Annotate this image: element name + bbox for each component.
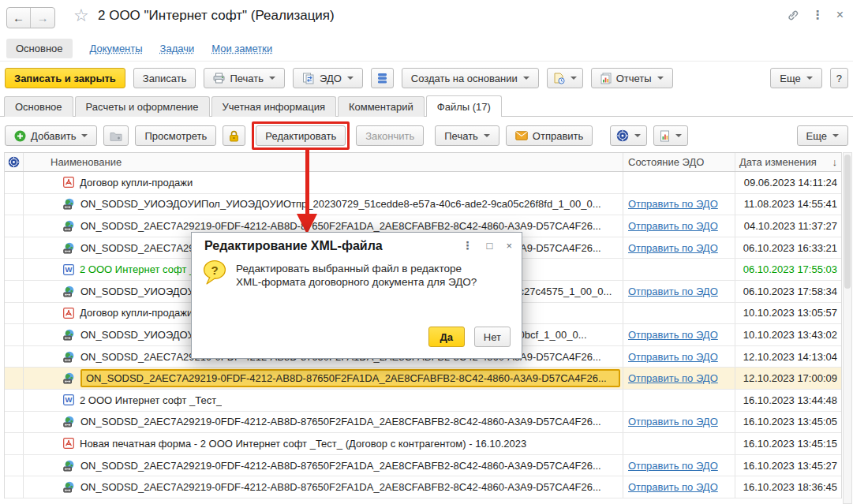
send-file-button[interactable]: Отправить bbox=[506, 125, 593, 146]
document-clock-icon bbox=[553, 73, 565, 84]
table-row[interactable]: ON_SODSD_2AEC7A29219-0FDF-4212-AB8D-8765… bbox=[5, 412, 841, 434]
scrollbar-thumb[interactable] bbox=[844, 155, 851, 289]
tab-fayly[interactable]: Файлы (17) bbox=[426, 95, 502, 117]
table-row[interactable]: Новая печатная форма - 2 ООО Интернет со… bbox=[5, 433, 841, 455]
edo-flag-cell bbox=[5, 237, 24, 259]
modified-date: 04.10.2023 11:37:27 bbox=[735, 215, 841, 237]
tab-osnovnoe[interactable]: Основное bbox=[4, 96, 73, 117]
forward-button[interactable]: → bbox=[31, 8, 54, 28]
edo-actions-button[interactable] bbox=[610, 125, 647, 146]
send-edo-link[interactable]: Отправить по ЭДО bbox=[628, 286, 718, 297]
modified-date: 06.10.2023 16:33:21 bbox=[735, 237, 841, 259]
files-more-button[interactable]: Еще bbox=[797, 125, 848, 146]
tab-uchetnaya[interactable]: Учетная информация bbox=[211, 96, 336, 117]
edo-column-header[interactable] bbox=[5, 153, 24, 171]
file-name-cell: ON_SODSD_2AEC7A29219-0FDF-4212-AB8D-8765… bbox=[24, 455, 623, 476]
chevron-down-icon bbox=[657, 77, 664, 83]
link-icon[interactable] bbox=[787, 9, 799, 21]
modified-date: 16.10.2023 18:36:45 bbox=[735, 476, 841, 498]
add-folder-button[interactable] bbox=[103, 125, 129, 146]
modified-date: 16.10.2023 13:45:05 bbox=[735, 412, 841, 433]
files-toolbar: Добавить Просмотреть Редактировать Закон… bbox=[0, 121, 853, 150]
edo-flag-cell bbox=[5, 303, 24, 324]
dialog-yes-button[interactable]: Да bbox=[428, 327, 465, 347]
table-row[interactable]: ON_SODSD_УИОЭДОУИПол_УИОЭДОУИОтпр_202307… bbox=[5, 194, 841, 216]
dialog-close-icon[interactable]: × bbox=[506, 240, 512, 252]
table-row[interactable]: ON_SODSD_2AEC7A29219-0FDF-4212-AB8D-8765… bbox=[5, 476, 841, 498]
view-file-button[interactable]: Просмотреть bbox=[135, 125, 216, 146]
file-print-button[interactable]: Печать bbox=[435, 125, 499, 146]
send-edo-link[interactable]: Отправить по ЭДО bbox=[628, 198, 718, 210]
dialog-message: Редактировать выбранный файл в редакторе… bbox=[236, 259, 477, 289]
scheduled-doc-button[interactable] bbox=[547, 68, 583, 88]
table-row[interactable]: Договор купли-продажи09.06.2023 14:11:24 bbox=[5, 172, 841, 194]
edit-file-button[interactable]: Редактировать bbox=[256, 125, 346, 146]
lock-file-button[interactable] bbox=[223, 125, 245, 146]
file-name: ON_SODSD_2AEC7A29219-0FDF-4212-AB8D-8765… bbox=[80, 460, 601, 472]
file-name: ON_SODSD_2AEC7A29219-0FDF-4212-AB8D-8765… bbox=[80, 481, 601, 493]
nav-item-osnovnoe[interactable]: Основное bbox=[6, 39, 73, 58]
sort-desc-icon: ↓ bbox=[832, 156, 838, 168]
register-records-button[interactable] bbox=[371, 68, 394, 88]
modified-date: 06.10.2023 17:58:34 bbox=[735, 281, 841, 302]
lock-icon bbox=[229, 130, 239, 142]
chevron-down-icon bbox=[675, 134, 682, 140]
edo-flag-cell bbox=[5, 476, 24, 498]
more-button[interactable]: Еще bbox=[770, 68, 821, 88]
dialog-menu-icon[interactable]: ⋮ bbox=[462, 239, 473, 252]
send-edo-link[interactable]: Отправить по ЭДО bbox=[628, 481, 718, 493]
table-row[interactable]: ON_SODSD_2AEC7A29219-0FDF-4212-AB8D-8765… bbox=[5, 368, 841, 390]
chevron-down-icon bbox=[634, 134, 641, 140]
file-name-cell: W2 ООО Интернет софт _Тест_ bbox=[24, 390, 623, 411]
send-edo-link[interactable]: Отправить по ЭДО bbox=[628, 242, 718, 254]
send-edo-link[interactable]: Отправить по ЭДО bbox=[628, 460, 718, 472]
file-report-button[interactable] bbox=[653, 125, 688, 146]
reports-button[interactable]: Отчеты bbox=[591, 68, 673, 88]
favorite-star-icon[interactable]: ☆ bbox=[73, 6, 89, 26]
xml-file-icon bbox=[63, 481, 75, 493]
add-file-button[interactable]: Добавить bbox=[5, 125, 97, 146]
svg-text:W: W bbox=[65, 265, 73, 274]
edo-status-column-header[interactable]: Состояние ЭДО bbox=[623, 153, 735, 171]
send-edo-link[interactable]: Отправить по ЭДО bbox=[628, 329, 718, 341]
table-row[interactable]: W2 ООО Интернет софт _Тест_16.10.2023 13… bbox=[5, 390, 841, 412]
vertical-scrollbar[interactable] bbox=[843, 152, 852, 504]
help-button[interactable]: ? bbox=[830, 68, 848, 88]
xml-file-icon bbox=[63, 416, 75, 427]
window-header: ← → ☆ 2 ООО "Интернет софт" (Реализация)… bbox=[0, 0, 853, 35]
xml-file-icon bbox=[63, 460, 75, 472]
finish-edit-button[interactable]: Закончить bbox=[356, 125, 424, 146]
dialog-no-button[interactable]: Нет bbox=[474, 327, 511, 347]
window-close-icon[interactable]: × bbox=[836, 8, 844, 22]
create-based-on-button[interactable]: Создать на основании bbox=[402, 68, 539, 88]
send-edo-link[interactable]: Отправить по ЭДО bbox=[628, 372, 718, 384]
edo-flag-cell bbox=[5, 281, 24, 302]
edo-badge-icon bbox=[616, 129, 629, 142]
modified-column-header[interactable]: Дата изменения ↓ bbox=[735, 153, 841, 171]
dialog-maximize-icon[interactable]: □ bbox=[487, 240, 493, 252]
send-edo-link[interactable]: Отправить по ЭДО bbox=[628, 416, 718, 427]
section-nav: Основное Документы Задачи Мои заметки bbox=[0, 35, 853, 62]
save-close-button[interactable]: Записать и закрыть bbox=[5, 68, 125, 88]
back-button[interactable]: ← bbox=[7, 8, 31, 28]
tab-kommentariy[interactable]: Комментарий bbox=[338, 96, 425, 117]
tab-raschety[interactable]: Расчеты и оформление bbox=[75, 96, 210, 117]
edo-button[interactable]: ЭДО bbox=[293, 68, 363, 88]
nav-item-dokumenty[interactable]: Документы bbox=[90, 43, 143, 54]
file-name: Договор купли-продажи bbox=[80, 177, 193, 189]
send-edo-link[interactable]: Отправить по ЭДО bbox=[628, 351, 718, 363]
save-button[interactable]: Записать bbox=[133, 68, 196, 88]
print-button[interactable]: Печать bbox=[204, 68, 285, 88]
modified-date: 10.10.2023 13:43:02 bbox=[735, 324, 841, 345]
add-plus-icon bbox=[14, 130, 26, 142]
chevron-down-icon bbox=[832, 134, 839, 140]
nav-item-moi-zametki[interactable]: Мои заметки bbox=[211, 43, 272, 54]
window-menu-icon[interactable]: ⋮ bbox=[812, 8, 824, 22]
chevron-down-icon bbox=[806, 77, 813, 83]
send-edo-link[interactable]: Отправить по ЭДО bbox=[628, 220, 718, 232]
xml-file-icon bbox=[63, 198, 75, 210]
name-column-header[interactable]: Наименование bbox=[24, 153, 623, 171]
table-row[interactable]: ON_SODSD_2AEC7A29219-0FDF-4212-AB8D-8765… bbox=[5, 455, 841, 477]
modified-date: 06.10.2023 17:55:03 bbox=[735, 259, 841, 280]
nav-item-zadachi[interactable]: Задачи bbox=[160, 43, 195, 54]
